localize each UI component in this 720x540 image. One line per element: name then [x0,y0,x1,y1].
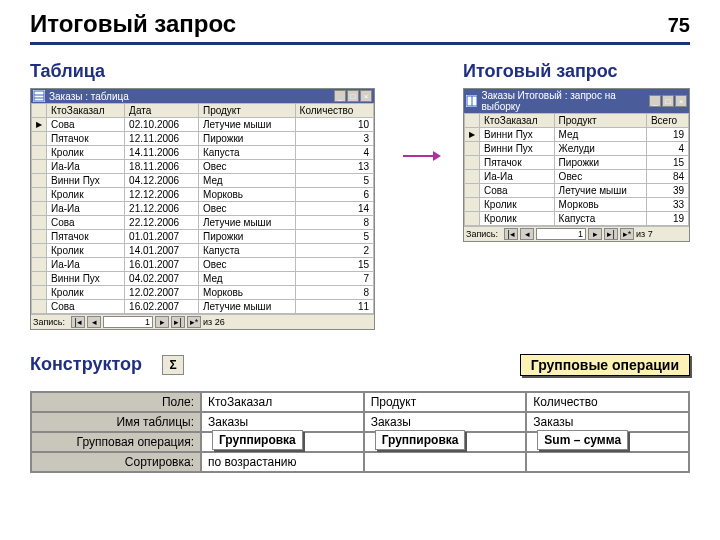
cell: Пирожки [198,230,295,244]
cell: 3 [295,132,373,146]
cell: Винни Пух [47,174,125,188]
cell: ▶ [32,118,47,132]
record-pos[interactable] [103,316,153,328]
cell: 12.02.2007 [125,286,199,300]
cell: 16.02.2007 [125,300,199,314]
cell: Капуста [554,212,646,226]
page-title: Итоговый запрос [30,10,236,38]
nav-new-icon[interactable]: ▸* [187,316,201,328]
cell: Кролик [47,244,125,258]
design-label: Поле: [31,392,201,412]
nav-last-icon[interactable]: ▸| [171,316,185,328]
arrow-icon [403,155,435,157]
cell: Капуста [198,146,295,160]
cell [32,258,47,272]
window-title: Заказы : таблица [49,91,129,102]
cell: Пятачок [47,132,125,146]
cell: Кролик [47,286,125,300]
record-pos[interactable] [536,228,586,240]
nav-first-icon[interactable]: |◂ [71,316,85,328]
cell: Мед [198,272,295,286]
cell: 84 [646,170,688,184]
cell: Иа-Иа [47,258,125,272]
cell: 14.11.2006 [125,146,199,160]
cell: Мед [554,128,646,142]
cell: 2 [295,244,373,258]
cell: 33 [646,198,688,212]
cell: 14 [295,202,373,216]
cell [32,216,47,230]
col-header: КтоЗаказал [480,114,555,128]
window-title: Заказы Итоговый : запрос на выборку [481,90,649,112]
section-designer: Конструктор [30,354,142,375]
cell: ▶ [465,128,480,142]
cell [32,146,47,160]
design-cell: КтоЗаказал [201,392,364,412]
cell: Сова [47,216,125,230]
cell [32,300,47,314]
cell: Мед [198,174,295,188]
section-summary: Итоговый запрос [463,61,690,82]
table-window: Заказы : таблица _ □ × КтоЗаказалДатаПро… [30,88,375,330]
cell: Кролик [480,212,555,226]
maximize-icon[interactable]: □ [347,90,359,102]
cell: 7 [295,272,373,286]
nav-next-icon[interactable]: ▸ [588,228,602,240]
cell: Иа-Иа [480,170,555,184]
cell: Иа-Иа [47,202,125,216]
cell: 19 [646,212,688,226]
record-navigator: Запись: |◂ ◂ ▸ ▸| ▸* из 26 [31,314,374,329]
minimize-icon[interactable]: _ [649,95,661,107]
cell: 10 [295,118,373,132]
cell: 8 [295,216,373,230]
cell: Кролик [47,146,125,160]
cell: Пирожки [554,156,646,170]
cell: Овес [198,160,295,174]
nav-next-icon[interactable]: ▸ [155,316,169,328]
nav-first-icon[interactable]: |◂ [504,228,518,240]
design-cell: Продукт [364,392,527,412]
nav-prev-icon[interactable]: ◂ [520,228,534,240]
data-table-right: КтоЗаказалПродуктВсего▶Винни ПухМед19Вин… [464,113,689,226]
cell: Кролик [47,188,125,202]
cell: Летучие мыши [198,300,295,314]
cell [465,142,480,156]
cell: 21.12.2006 [125,202,199,216]
cell: Винни Пух [47,272,125,286]
cell: Сова [47,118,125,132]
datasheet-icon [33,90,45,102]
cell: 16.01.2007 [125,258,199,272]
cell: Летучие мыши [554,184,646,198]
close-icon[interactable]: × [360,90,372,102]
nav-prev-icon[interactable]: ◂ [87,316,101,328]
nav-new-icon[interactable]: ▸* [620,228,634,240]
section-table: Таблица [30,61,375,82]
callout-sum: Sum – сумма [537,430,628,450]
design-cell: по возрастанию [201,452,364,472]
sigma-button[interactable]: Σ [162,355,184,375]
callout-group-ops: Групповые операции [520,354,690,376]
cell: Овес [554,170,646,184]
cell [465,156,480,170]
cell: Морковь [554,198,646,212]
cell [32,272,47,286]
design-cell: Количество [526,392,689,412]
col-header: Всего [646,114,688,128]
maximize-icon[interactable]: □ [662,95,674,107]
design-cell [364,452,527,472]
cell [32,244,47,258]
col-header [465,114,480,128]
cell: Овес [198,202,295,216]
cell: 14.01.2007 [125,244,199,258]
minimize-icon[interactable]: _ [334,90,346,102]
design-label: Имя таблицы: [31,412,201,432]
cell: 04.12.2006 [125,174,199,188]
close-icon[interactable]: × [675,95,687,107]
design-label: Групповая операция: [31,432,201,452]
cell: 39 [646,184,688,198]
cell: Морковь [198,188,295,202]
cell: Летучие мыши [198,216,295,230]
nav-last-icon[interactable]: ▸| [604,228,618,240]
col-header: Продукт [554,114,646,128]
cell: 12.11.2006 [125,132,199,146]
